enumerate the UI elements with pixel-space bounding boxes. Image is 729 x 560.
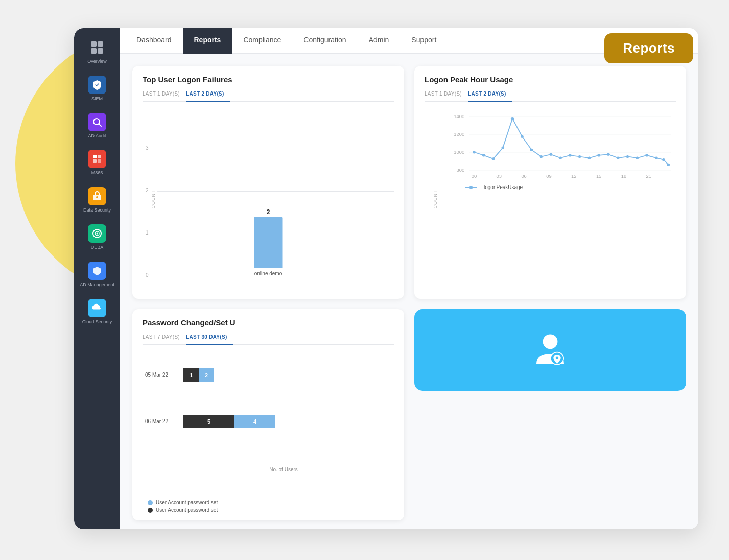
logon-failures-chart: COUNT 3 2 1 0 <box>143 107 394 292</box>
svg-text:06: 06 <box>521 174 526 179</box>
sidebar-item-admanagement[interactable]: AD Management <box>77 256 117 293</box>
card-logon-failures: Top User Logon Failures LAST 1 DAY(S) LA… <box>132 66 404 299</box>
card-password-title: Password Changed/Set U <box>143 318 394 327</box>
tab-reports[interactable]: Reports <box>183 28 232 54</box>
y-tick-3: 3 <box>146 145 149 151</box>
card1-tab-2day[interactable]: LAST 2 DAY(S) <box>186 89 230 102</box>
ueba-icon <box>88 224 106 243</box>
card3-tab-7day[interactable]: LAST 7 DAY(S) <box>143 332 186 345</box>
content-area: Top User Logon Failures LAST 1 DAY(S) LA… <box>120 54 698 529</box>
admgmt-icon <box>88 262 106 280</box>
sidebar-item-m365-label: M365 <box>91 170 103 176</box>
svg-point-45 <box>617 157 620 159</box>
svg-point-31 <box>482 154 485 156</box>
line-chart-legend: logonPeakUsage <box>450 184 671 190</box>
search-icon <box>88 113 106 131</box>
svg-point-54 <box>543 334 558 349</box>
sidebar-item-datasecurity-label: Data Security <box>83 207 111 213</box>
sidebar-item-m365[interactable]: M365 <box>77 145 117 181</box>
svg-rect-6 <box>93 155 97 158</box>
tab-admin[interactable]: Admin <box>358 28 401 54</box>
y-tick-2: 2 <box>146 188 149 193</box>
card3-tab-30day[interactable]: LAST 30 DAY(S) <box>186 332 233 345</box>
hbar-row1-segments: 1 2 <box>183 368 214 382</box>
sidebar-item-siem[interactable]: SIEM <box>77 71 117 107</box>
svg-rect-9 <box>98 159 101 163</box>
shield-icon <box>88 76 106 94</box>
legend-label-dark: User Account password set <box>156 507 218 513</box>
svg-point-34 <box>511 117 514 120</box>
bar-x-label: online demo <box>254 271 282 276</box>
grid-icon <box>88 38 106 57</box>
svg-point-14 <box>97 232 98 234</box>
main-window: Overview SIEM AD Audit <box>74 28 698 529</box>
svg-point-48 <box>645 154 648 156</box>
svg-point-35 <box>521 135 524 138</box>
bar-value-label: 2 <box>267 208 270 216</box>
legend-label-blue: User Account password set <box>156 500 218 505</box>
card1-tab-1day[interactable]: LAST 1 DAY(S) <box>143 89 186 102</box>
hbar-row1-label: 05 Mar 22 <box>145 372 168 378</box>
tab-dashboard[interactable]: Dashboard <box>125 28 183 54</box>
tab-support[interactable]: Support <box>400 28 448 54</box>
svg-point-47 <box>636 157 639 159</box>
sidebar-item-siem-label: SIEM <box>91 96 103 102</box>
card-peak-hour-title: Logon Peak Hour Usage <box>425 75 676 84</box>
svg-rect-3 <box>98 48 103 54</box>
tab-compliance[interactable]: Compliance <box>232 28 292 54</box>
svg-point-38 <box>549 153 552 156</box>
svg-point-51 <box>667 164 670 166</box>
hbar-row-2: 06 Mar 22 5 4 <box>183 415 384 428</box>
datasec-icon <box>88 187 106 205</box>
y-tick-1: 1 <box>146 230 149 236</box>
legend-dot-blue <box>148 500 153 505</box>
peak-hour-chart: COUNT 1400 1200 1000 800 00 03 06 09 <box>425 107 676 292</box>
svg-rect-0 <box>91 41 97 47</box>
line-dot <box>473 151 476 153</box>
card-icon <box>414 309 686 391</box>
card-logon-failures-title: Top User Logon Failures <box>143 75 394 84</box>
sidebar-item-ueba[interactable]: UEBA <box>77 219 117 255</box>
svg-point-44 <box>607 153 610 156</box>
line-chart-svg: 1400 1200 1000 800 00 03 06 09 12 15 18 … <box>450 112 671 183</box>
legend-item-dark: User Account password set <box>148 507 394 513</box>
logon-bar <box>254 217 283 268</box>
svg-text:1400: 1400 <box>454 114 464 120</box>
svg-point-40 <box>569 154 572 156</box>
hbar-row2-segments: 5 4 <box>183 415 275 428</box>
sidebar-item-adaudit[interactable]: AD Audit <box>77 108 117 144</box>
office-icon <box>88 150 106 168</box>
sidebar-item-cloudsecurity[interactable]: Cloud Security <box>77 294 117 330</box>
svg-point-11 <box>96 196 98 198</box>
svg-text:03: 03 <box>497 174 502 179</box>
svg-point-46 <box>626 155 629 158</box>
card2-tab-2day[interactable]: LAST 2 DAY(S) <box>468 89 512 102</box>
sidebar-item-datasecurity[interactable]: Data Security <box>77 182 117 218</box>
card2-tab-1day[interactable]: LAST 1 DAY(S) <box>425 89 468 102</box>
y-axis-count-label2: COUNT <box>433 190 438 208</box>
sidebar-item-overview[interactable]: Overview <box>77 33 117 69</box>
svg-rect-8 <box>93 159 97 163</box>
svg-text:1200: 1200 <box>454 132 464 137</box>
sidebar-item-cloudsecurity-label: Cloud Security <box>82 319 112 325</box>
y-tick-0: 0 <box>146 272 149 278</box>
svg-line-5 <box>99 124 102 126</box>
hbar-row-1: 05 Mar 22 1 2 <box>183 368 384 382</box>
card-peak-hour: Logon Peak Hour Usage LAST 1 DAY(S) LAST… <box>414 66 686 299</box>
svg-text:15: 15 <box>596 174 601 179</box>
reports-badge: Reports <box>604 33 693 63</box>
sidebar-item-admanagement-label: AD Management <box>80 282 114 288</box>
svg-text:00: 00 <box>472 174 477 179</box>
svg-rect-1 <box>98 41 103 47</box>
card-password: Password Changed/Set U LAST 7 DAY(S) LAS… <box>132 309 404 521</box>
svg-text:18: 18 <box>621 174 626 179</box>
svg-point-37 <box>540 155 543 158</box>
hbar-row2-label: 06 Mar 22 <box>145 418 168 424</box>
svg-point-53 <box>469 186 473 189</box>
tab-configuration[interactable]: Configuration <box>292 28 357 54</box>
svg-text:12: 12 <box>571 174 576 179</box>
sidebar-item-adaudit-label: AD Audit <box>88 133 106 139</box>
user-location-icon <box>527 327 573 373</box>
sidebar: Overview SIEM AD Audit <box>74 28 120 529</box>
line-path <box>474 119 668 165</box>
